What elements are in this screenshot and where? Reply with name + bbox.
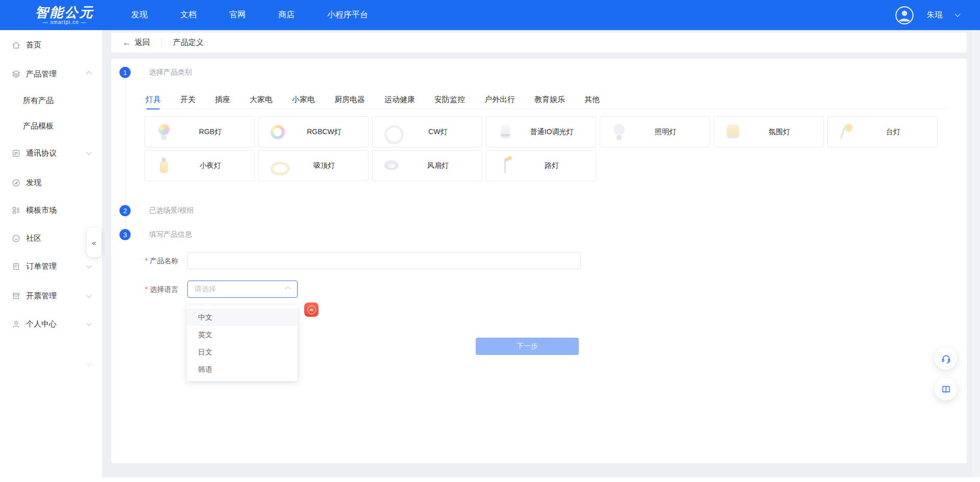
- chevron-up-icon: [285, 286, 290, 292]
- category-tab[interactable]: 运动健康: [384, 95, 415, 110]
- navbar-menu: 发现文档官网商店小程序平台: [131, 10, 368, 20]
- category-tab[interactable]: 大家电: [250, 95, 273, 110]
- language-select[interactable]: 请选择: [187, 281, 298, 298]
- step-3: 3 填写产品信息: [119, 229, 192, 240]
- collapse-icon: «: [92, 238, 96, 247]
- language-option[interactable]: 日文: [187, 343, 298, 361]
- invoice-icon: [11, 291, 21, 301]
- sidebar-item[interactable]: 模板市场: [0, 198, 102, 222]
- step-3-badge: 3: [119, 229, 131, 240]
- orders-icon: [11, 262, 21, 271]
- product-card-label: CW灯: [401, 128, 482, 137]
- sidebar-item[interactable]: 个人中心: [0, 312, 102, 336]
- navbar-item[interactable]: 发现: [131, 10, 148, 20]
- product-card-label: 氛围灯: [743, 128, 823, 137]
- scrollbar-track[interactable]: [972, 30, 980, 482]
- product-card[interactable]: 照明灯: [600, 116, 710, 147]
- required-mark: *: [145, 257, 148, 265]
- product-card-label: 普通IO调光灯: [515, 128, 596, 137]
- product-card[interactable]: 普通IO调光灯: [486, 116, 596, 147]
- language-option[interactable]: 韩语: [187, 361, 298, 378]
- sidebar-item-label: 模板市场: [26, 206, 57, 215]
- category-tab[interactable]: 户外出行: [484, 95, 515, 110]
- step-2-badge: 2: [119, 205, 131, 216]
- sidebar-item[interactable]: 发现: [0, 171, 102, 194]
- docs-guide-button[interactable]: [935, 378, 957, 400]
- headset-icon: [941, 353, 951, 364]
- product-card[interactable]: RGB灯: [144, 116, 255, 147]
- chevron-down-icon: [86, 360, 91, 366]
- category-tab[interactable]: 小家电: [292, 95, 315, 110]
- category-tab[interactable]: 其他: [584, 95, 600, 110]
- sidebar-item[interactable]: 通讯协议: [0, 141, 102, 165]
- header-divider: [161, 39, 162, 46]
- product-card[interactable]: CW灯: [372, 116, 482, 147]
- product-card[interactable]: 路灯: [486, 150, 596, 181]
- customer-service-button[interactable]: [935, 347, 957, 370]
- market-icon: [11, 206, 21, 215]
- language-option[interactable]: 中文: [187, 309, 298, 326]
- next-step-button[interactable]: 下一步: [476, 338, 579, 355]
- chevron-down-icon: [86, 292, 91, 298]
- back-button[interactable]: ← 返回: [122, 38, 150, 47]
- product-card[interactable]: 风扇灯: [372, 150, 482, 181]
- logo-subtitle: — smartpi.cn —: [22, 19, 107, 25]
- sidebar-item[interactable]: 所有产品: [0, 89, 102, 112]
- ai-assistant-button[interactable]: AI: [304, 302, 318, 317]
- ceiling-lamp-icon: [268, 156, 287, 175]
- language-option[interactable]: 英文: [187, 326, 298, 343]
- main-area: ← 返回 产品定义 1 选择产品类别 2 已选场景/模组 3 填写产品信息 灯具…: [102, 30, 980, 482]
- category-tab[interactable]: 厨房电器: [334, 95, 365, 110]
- sidebar-item[interactable]: 首页: [0, 33, 102, 57]
- product-grid: RGB灯RGBCW灯CW灯普通IO调光灯照明灯氛围灯台灯小夜灯吸顶灯风扇灯路灯: [144, 116, 946, 181]
- logo-title: 智能公元: [22, 6, 107, 19]
- product-name-input[interactable]: [187, 252, 581, 269]
- category-tab[interactable]: 教育娱乐: [534, 95, 565, 110]
- navbar-item[interactable]: 官网: [229, 10, 246, 20]
- navbar-item[interactable]: 商店: [278, 10, 295, 20]
- navbar-item[interactable]: 小程序平台: [327, 10, 368, 20]
- protocol-icon: [11, 148, 21, 158]
- sidebar-ghost-item: [0, 352, 102, 375]
- product-card-label: 吸顶灯: [287, 161, 368, 170]
- back-label: 返回: [135, 38, 150, 47]
- product-card[interactable]: 吸顶灯: [258, 150, 369, 181]
- product-card[interactable]: 氛围灯: [714, 116, 824, 147]
- sidebar-item[interactable]: 订单管理: [0, 255, 102, 278]
- sidebar-item-label: 订单管理: [26, 262, 57, 271]
- chevron-down-icon: [86, 149, 91, 155]
- category-tab[interactable]: 开关: [180, 95, 195, 110]
- product-card[interactable]: 台灯: [827, 116, 938, 147]
- ambience-lamp-icon: [723, 122, 743, 142]
- sidebar-item-label: 发现: [26, 178, 41, 188]
- navbar-item[interactable]: 文档: [180, 10, 197, 20]
- required-mark: *: [145, 285, 148, 293]
- sidebar-item-label: 社区: [26, 234, 41, 243]
- white-bulb-icon: [609, 122, 629, 142]
- rgbcw-downlight-icon: [268, 122, 287, 142]
- fan-light-icon: [382, 156, 401, 175]
- user-menu-chevron-down-icon[interactable]: [954, 11, 960, 16]
- compass-icon: [11, 178, 21, 188]
- sidebar-item[interactable]: 产品模板: [0, 114, 102, 138]
- sidebar-item-label: 个人中心: [26, 319, 57, 329]
- step-2: 2 已选场景/模组: [119, 205, 194, 216]
- product-card-label: RGBCW灯: [287, 128, 368, 137]
- sidebar-item[interactable]: 产品管理: [0, 62, 102, 86]
- product-card[interactable]: 小夜灯: [144, 150, 255, 181]
- chevron-up-icon: [86, 71, 91, 77]
- sidebar-collapse-button[interactable]: «: [87, 227, 101, 257]
- sidebar-item[interactable]: 开票管理: [0, 284, 102, 308]
- tabs-divider: [143, 109, 946, 109]
- profile-icon: [11, 319, 21, 329]
- logo[interactable]: 智能公元 — smartpi.cn —: [22, 6, 107, 25]
- category-tab[interactable]: 安防监控: [434, 95, 465, 110]
- step-1-label: 选择产品类别: [149, 68, 192, 77]
- product-card[interactable]: RGBCW灯: [258, 116, 369, 147]
- category-tab[interactable]: 灯具: [145, 95, 161, 110]
- chevron-down-icon: [86, 263, 91, 268]
- category-tab[interactable]: 插座: [215, 95, 230, 110]
- user-avatar-icon[interactable]: [895, 6, 914, 24]
- username[interactable]: 朱琨: [927, 10, 942, 20]
- step-2-label: 已选场景/模组: [149, 206, 194, 215]
